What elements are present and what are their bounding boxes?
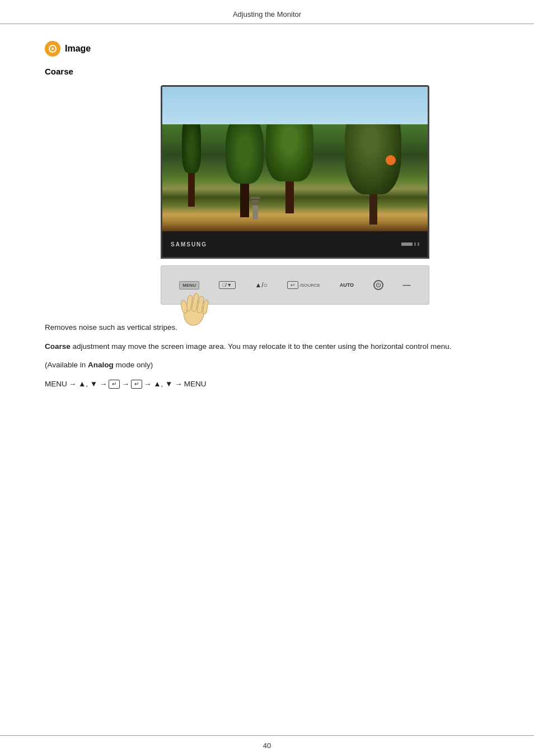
auto-label: AUTO bbox=[340, 282, 354, 288]
pagoda bbox=[247, 197, 263, 220]
enter-btn: ↩ bbox=[287, 281, 298, 289]
enter-source-group: ↩ /SOURCE bbox=[287, 281, 320, 289]
desc-para1-text: Removes noise such as vertical stripes. bbox=[45, 323, 177, 332]
indicator-bar bbox=[401, 242, 413, 246]
indicator-small2 bbox=[418, 242, 419, 246]
sky bbox=[162, 87, 428, 124]
description-area: Removes noise such as vertical stripes. … bbox=[45, 321, 489, 390]
nav-arrow2: → bbox=[121, 378, 129, 390]
desc-para2-suffix: adjustment may move the screen image are… bbox=[71, 342, 452, 351]
desc-para3-prefix: (Available in bbox=[45, 361, 88, 369]
dash-label: — bbox=[403, 281, 411, 290]
nav-enter-box1: ↵ bbox=[109, 380, 120, 389]
page-container: Adjusting the Monitor Image Coarse bbox=[0, 0, 534, 756]
ctrl-power: ⏻ bbox=[373, 280, 383, 290]
ctrl-up-circle: ▲/○ bbox=[255, 281, 267, 289]
image-icon bbox=[45, 41, 60, 57]
coarse-bold: Coarse bbox=[45, 342, 71, 351]
footer-page-number: 40 bbox=[263, 741, 271, 750]
monitor-screen: SAMSUNG bbox=[161, 85, 429, 259]
hand-cursor bbox=[172, 283, 217, 330]
ctrl-auto: AUTO bbox=[340, 282, 354, 288]
nav-command: MENU → ▲, ▼ → ↵ → ↵ → ▲, ▼ → MENU bbox=[45, 378, 489, 390]
nav-arrow3: → ▲, ▼ → bbox=[144, 378, 182, 390]
description-para1: Removes noise such as vertical stripes. bbox=[45, 321, 489, 334]
power-btn: ⏻ bbox=[373, 280, 383, 290]
hand-svg bbox=[172, 283, 217, 328]
section-title: Image bbox=[65, 44, 91, 54]
nav-menu-start: MENU bbox=[45, 378, 67, 390]
monitor-images: SAMSUNG MENU □/▼ bbox=[101, 85, 489, 305]
ctrl-box-down: □/▼ bbox=[219, 281, 236, 289]
box-down-btn: □/▼ bbox=[219, 281, 236, 289]
desc-para3-suffix: mode only) bbox=[114, 361, 153, 369]
header-title: Adjusting the Monitor bbox=[233, 10, 301, 18]
nav-enter-box2: ↵ bbox=[131, 380, 142, 389]
page-footer: 40 bbox=[0, 735, 534, 756]
source-label: /SOURCE bbox=[300, 283, 320, 288]
ctrl-dash: — bbox=[403, 281, 411, 290]
coarse-subheading: Coarse bbox=[45, 67, 489, 76]
page-header: Adjusting the Monitor bbox=[0, 0, 534, 24]
samsung-logo: SAMSUNG bbox=[171, 241, 207, 248]
tree-left bbox=[176, 113, 208, 223]
svg-point-5 bbox=[180, 300, 188, 314]
monitor-indicators bbox=[401, 242, 419, 246]
indicator-small bbox=[414, 242, 416, 246]
description-para2: Coarse adjustment may move the screen im… bbox=[45, 340, 489, 353]
analog-bold: Analog bbox=[88, 361, 114, 369]
section-heading: Image bbox=[45, 41, 489, 57]
control-panel: MENU □/▼ ▲/○ ↩ /SOURCE AUTO bbox=[161, 265, 429, 305]
image-icon-inner bbox=[49, 45, 57, 53]
up-circle-label: ▲/○ bbox=[255, 281, 267, 289]
nav-menu-end: MENU bbox=[184, 378, 207, 390]
description-para3: (Available in Analog mode only) bbox=[45, 359, 489, 371]
monitor-bottom-bar: SAMSUNG bbox=[162, 231, 428, 257]
nav-arrow1: → ▲, ▼ → bbox=[69, 378, 107, 390]
page-content: Image Coarse bbox=[0, 35, 534, 423]
orange-object bbox=[386, 155, 396, 165]
ctrl-enter-source: ↩ /SOURCE bbox=[287, 281, 320, 289]
